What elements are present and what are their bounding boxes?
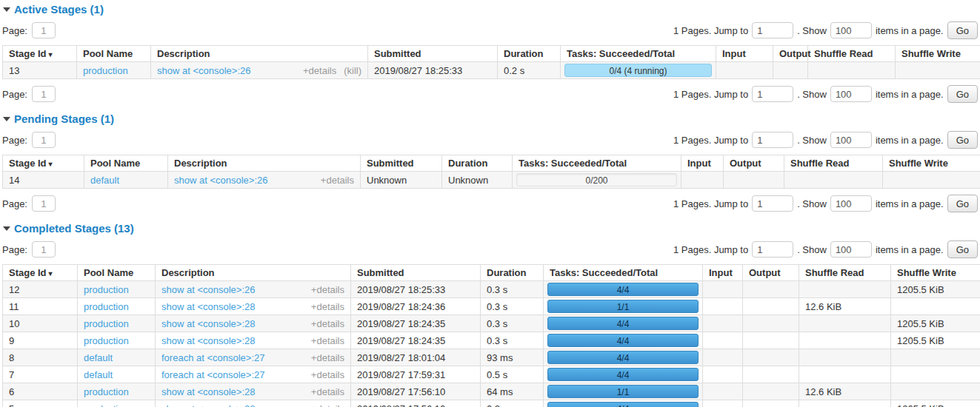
column-header-pool-name[interactable]: Pool Name — [84, 155, 168, 172]
column-header-duration[interactable]: Duration — [498, 46, 561, 62]
jump-to-page-input[interactable] — [752, 195, 793, 212]
description-link[interactable]: foreach at <console>:27 — [161, 369, 265, 380]
description-link[interactable]: show at <console>:26 — [157, 65, 250, 76]
pool-name-link[interactable]: default — [90, 175, 119, 186]
column-header-stage-id[interactable]: Stage Id▾ — [3, 46, 77, 62]
description-link[interactable]: show at <console>:28 — [161, 318, 255, 329]
kill-link[interactable]: (kill) — [344, 65, 361, 76]
stage-id-cell: 9 — [3, 332, 78, 349]
pool-name-link[interactable]: default — [84, 369, 113, 380]
description-link[interactable]: show at <console>:26 — [174, 175, 267, 186]
column-header-shuffle-read[interactable]: Shuffle Read — [799, 265, 891, 281]
pages-count-text: 1 Pages. Jump to — [673, 244, 748, 255]
page-number-input[interactable] — [32, 86, 56, 102]
go-button[interactable]: Go — [947, 131, 978, 149]
page-number-input[interactable] — [32, 132, 56, 148]
column-header-submitted[interactable]: Submitted — [368, 46, 498, 62]
column-header-description[interactable]: Description — [168, 155, 361, 172]
go-button[interactable]: Go — [947, 85, 978, 103]
column-header-description[interactable]: Description — [156, 265, 351, 281]
description-link[interactable]: show at <console>:28 — [161, 335, 255, 346]
description-cell: show at <console>:28+details — [156, 383, 351, 400]
pending-stages-header[interactable]: Pending Stages (1) — [3, 112, 978, 125]
description-actions: +details — [311, 369, 344, 380]
column-header-shuffle-write[interactable]: Shuffle Write — [896, 46, 980, 62]
jump-to-page-input[interactable] — [752, 241, 793, 258]
column-header-output[interactable]: Output — [743, 265, 799, 281]
description-link[interactable]: foreach at <console>:27 — [161, 352, 265, 363]
column-header-tasks-succeeded-total[interactable]: Tasks: Succeeded/Total — [513, 155, 681, 172]
description-cell: show at <console>:28+details — [156, 298, 351, 315]
collapse-caret-icon — [3, 117, 10, 121]
details-toggle[interactable]: +details — [311, 284, 344, 295]
pool-name-link[interactable]: production — [84, 386, 129, 397]
description-wrap: foreach at <console>:27+details — [161, 352, 344, 363]
column-header-tasks-succeeded-total[interactable]: Tasks: Succeeded/Total — [561, 46, 716, 62]
column-header-duration[interactable]: Duration — [481, 265, 544, 281]
active-stages-header[interactable]: Active Stages (1) — [3, 3, 978, 16]
completed-stages-header[interactable]: Completed Stages (13) — [3, 222, 978, 235]
go-button[interactable]: Go — [947, 21, 978, 39]
section-title-text: Completed Stages (13) — [14, 222, 134, 235]
column-header-output[interactable]: Output — [724, 155, 784, 172]
details-toggle[interactable]: +details — [311, 301, 344, 312]
items-per-page-input[interactable] — [830, 22, 872, 38]
items-per-page-input[interactable] — [830, 132, 872, 148]
items-per-page-input[interactable] — [830, 241, 872, 258]
pool-name-link[interactable]: default — [84, 352, 113, 363]
column-header-duration[interactable]: Duration — [442, 155, 513, 172]
details-toggle[interactable]: +details — [311, 386, 344, 397]
items-suffix-text: items in a page. — [876, 25, 944, 36]
pool-name-link[interactable]: production — [84, 335, 129, 346]
jump-to-page-input[interactable] — [752, 86, 793, 102]
details-toggle[interactable]: +details — [311, 352, 344, 363]
submitted-cell: 2019/08/27 18:01:04 — [351, 349, 481, 366]
pool-name-link[interactable]: production — [84, 301, 129, 312]
page-number-input[interactable] — [32, 241, 56, 258]
details-toggle[interactable]: +details — [303, 65, 336, 76]
page-number-input[interactable] — [32, 22, 56, 38]
items-per-page-input[interactable] — [830, 195, 872, 212]
column-header-stage-id[interactable]: Stage Id▾ — [3, 155, 84, 172]
column-header-shuffle-write[interactable]: Shuffle Write — [883, 155, 980, 172]
output-cell — [773, 62, 808, 79]
details-toggle[interactable]: +details — [311, 369, 344, 380]
column-header-tasks-succeeded-total[interactable]: Tasks: Succeeded/Total — [544, 265, 703, 281]
description-link[interactable]: show at <console>:28 — [161, 403, 255, 407]
pool-name-link[interactable]: production — [84, 284, 129, 295]
column-header-pool-name[interactable]: Pool Name — [77, 46, 151, 62]
column-header-description[interactable]: Description — [151, 46, 368, 62]
column-header-shuffle-read[interactable]: Shuffle Read — [808, 46, 896, 62]
items-suffix-text: items in a page. — [876, 244, 944, 255]
column-header-shuffle-read[interactable]: Shuffle Read — [784, 155, 883, 172]
column-header-pool-name[interactable]: Pool Name — [78, 265, 156, 281]
pool-name-link[interactable]: production — [83, 65, 128, 76]
description-wrap: show at <console>:28+details — [161, 301, 344, 312]
page-number-input[interactable] — [32, 195, 56, 212]
details-toggle[interactable]: +details — [311, 403, 344, 407]
column-header-submitted[interactable]: Submitted — [351, 265, 481, 281]
column-header-shuffle-write[interactable]: Shuffle Write — [891, 265, 980, 281]
pool-name-link[interactable]: production — [84, 403, 129, 407]
pool-name-link[interactable]: production — [84, 318, 129, 329]
go-button[interactable]: Go — [947, 195, 978, 212]
output-cell — [743, 349, 799, 366]
column-header-submitted[interactable]: Submitted — [361, 155, 442, 172]
column-header-input[interactable]: Input — [716, 46, 773, 62]
column-header-output[interactable]: Output — [773, 46, 808, 62]
details-toggle[interactable]: +details — [321, 175, 354, 186]
column-header-input[interactable]: Input — [703, 265, 743, 281]
column-header-stage-id[interactable]: Stage Id▾ — [3, 265, 78, 281]
task-progress-bar: 4/4 — [547, 317, 699, 330]
details-toggle[interactable]: +details — [311, 335, 344, 346]
details-toggle[interactable]: +details — [311, 318, 344, 329]
output-cell — [724, 172, 784, 189]
items-per-page-input[interactable] — [830, 86, 872, 102]
jump-to-page-input[interactable] — [752, 22, 793, 38]
go-button[interactable]: Go — [947, 240, 978, 258]
description-link[interactable]: show at <console>:26 — [161, 284, 255, 295]
column-header-input[interactable]: Input — [681, 155, 724, 172]
description-link[interactable]: show at <console>:28 — [161, 386, 255, 397]
description-link[interactable]: show at <console>:28 — [161, 301, 255, 312]
jump-to-page-input[interactable] — [752, 132, 793, 148]
